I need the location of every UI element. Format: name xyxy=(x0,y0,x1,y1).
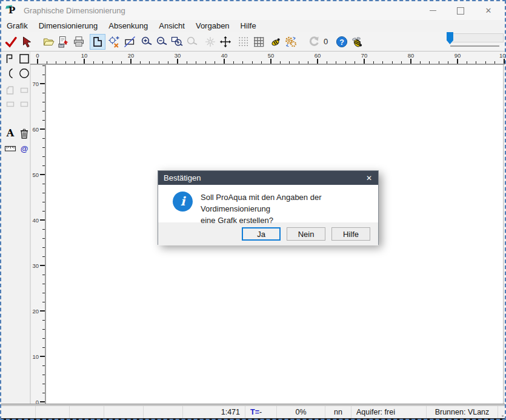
zoom-in-button[interactable] xyxy=(139,35,154,49)
ruler-tick xyxy=(42,302,45,302)
open-button[interactable] xyxy=(41,35,56,49)
ruler-tick xyxy=(504,59,505,64)
menu-grafik[interactable]: Grafik xyxy=(1,20,33,32)
menu-dimensionierung[interactable]: Dimensionierung xyxy=(33,20,104,32)
zoom-window-button[interactable] xyxy=(170,35,184,49)
menu-vorgaben[interactable]: Vorgaben xyxy=(190,20,235,32)
ruler-label: 60 xyxy=(32,126,39,133)
maximize-icon xyxy=(457,7,464,15)
sb-aquifer: Aquifer: frei xyxy=(351,406,427,418)
sb-brunnen: Brunnen: VLanz xyxy=(427,406,498,418)
hilfe-button[interactable]: Hilfe xyxy=(331,227,370,241)
undo-counter: 0 xyxy=(322,35,330,49)
zoom-slider-track[interactable] xyxy=(448,33,504,42)
save-export-button[interactable] xyxy=(56,35,71,49)
ruler-tick xyxy=(40,219,45,221)
bee-run-button[interactable] xyxy=(350,35,364,49)
ruler-tick xyxy=(42,375,45,375)
select-arrow-button[interactable] xyxy=(19,35,34,49)
vertical-ruler: 706050403020100 xyxy=(30,65,46,404)
resize-grip-icon[interactable] xyxy=(502,415,504,417)
ruler-tick xyxy=(42,275,45,275)
rectangle-tool-button[interactable] xyxy=(18,53,30,65)
dialog-close-button[interactable]: ✕ xyxy=(360,171,378,185)
ruler-tick xyxy=(42,111,45,112)
ellipse-tool-button[interactable] xyxy=(18,67,30,79)
pan-arrows-icon xyxy=(219,36,231,48)
ruler-tick xyxy=(40,356,45,357)
dialog-body: i Soll ProAqua mit den Angaben der Vordi… xyxy=(158,185,378,222)
help-button[interactable]: ? xyxy=(335,35,349,49)
spiral-tool-button[interactable]: @ xyxy=(18,142,30,155)
zoom-out-icon xyxy=(156,36,168,48)
minimize-button[interactable] xyxy=(419,1,447,20)
grid-points-button[interactable] xyxy=(236,35,251,49)
ruler-label: 50 xyxy=(268,52,275,59)
help-blue-icon: ? xyxy=(336,36,348,48)
cursor-arrow-icon xyxy=(21,36,33,48)
close-button[interactable]: ✕ xyxy=(474,1,502,20)
arc-tool-icon xyxy=(4,67,16,79)
ruler-tick xyxy=(42,347,45,348)
menu-hilfe[interactable]: Hilfe xyxy=(235,20,262,32)
zoom-extent-button xyxy=(185,35,199,49)
ja-button[interactable]: Ja xyxy=(242,227,281,241)
ruler-tick xyxy=(42,365,45,366)
grid-lines-icon xyxy=(253,36,265,48)
ruler-tick xyxy=(42,393,45,393)
rect-disabled-icon xyxy=(4,98,16,110)
move-point-button[interactable] xyxy=(107,35,121,49)
zoom-out-button[interactable] xyxy=(155,35,169,49)
ruler-tick xyxy=(42,384,45,384)
menu-ansicht[interactable]: Ansicht xyxy=(153,20,190,32)
ruler-tick xyxy=(224,59,225,64)
maximize-button[interactable] xyxy=(447,1,474,20)
dialog-title: Bestätigen xyxy=(164,173,201,182)
polygon-tool-button[interactable] xyxy=(90,34,105,50)
sb-transmissivity-text: T= xyxy=(250,408,259,416)
poly-disabled-icon xyxy=(4,84,16,96)
ruler-tick xyxy=(37,59,38,64)
nein-button[interactable]: Nein xyxy=(287,227,325,241)
sb-transmissivity: T= - xyxy=(245,406,277,418)
text-tool-button[interactable]: A xyxy=(4,127,16,139)
arc-tool-button[interactable] xyxy=(4,67,16,79)
titlebar: P Graphische Dimensionierung ✕ xyxy=(1,1,505,20)
grid-dots-icon xyxy=(238,36,250,48)
grid-lines-button[interactable] xyxy=(251,35,266,49)
ruler-label: 50 xyxy=(32,172,39,178)
settings-gears-button[interactable] xyxy=(284,35,298,49)
ruler-tick xyxy=(42,338,45,339)
ellipse-tool-icon xyxy=(18,67,30,79)
ruler-tick xyxy=(410,59,411,64)
ruler-tick xyxy=(42,165,45,166)
confirm-button[interactable] xyxy=(4,35,18,49)
polyline-tool-button[interactable] xyxy=(4,53,16,65)
sb-empty-3 xyxy=(70,406,104,418)
menubar: GrafikDimensionierungAbsenkungAnsichtVor… xyxy=(1,20,505,32)
menu-absenkung[interactable]: Absenkung xyxy=(103,20,153,32)
dialog-close-icon: ✕ xyxy=(366,174,372,182)
minimize-icon xyxy=(430,10,436,11)
rect-edit-button-2 xyxy=(4,98,16,110)
text-tool-button-icon: A xyxy=(7,128,14,138)
print-button[interactable] xyxy=(72,35,86,49)
ruler-label: 100 xyxy=(499,52,505,59)
main-toolbar: 0? xyxy=(4,32,364,51)
ruler-tick xyxy=(40,83,45,84)
cut-line-button[interactable] xyxy=(122,35,137,49)
ruler-tick xyxy=(40,401,45,402)
ruler-tick xyxy=(42,202,45,202)
delete-tool-button[interactable] xyxy=(18,127,30,139)
ruler-label: 40 xyxy=(221,52,228,59)
rect-edit-button-1 xyxy=(18,84,30,96)
pan-button[interactable] xyxy=(218,35,233,49)
measure-tool-button[interactable] xyxy=(4,142,16,155)
app-logo-icon: P xyxy=(7,5,19,16)
ruler-tick xyxy=(84,59,85,64)
horizontal-ruler: 0102030405060708090100 xyxy=(30,52,505,64)
ruler-tick xyxy=(177,59,178,64)
ruler-label: 0 xyxy=(36,52,39,59)
zoom-window-icon xyxy=(171,36,183,48)
bee-tool-button[interactable] xyxy=(268,35,283,49)
